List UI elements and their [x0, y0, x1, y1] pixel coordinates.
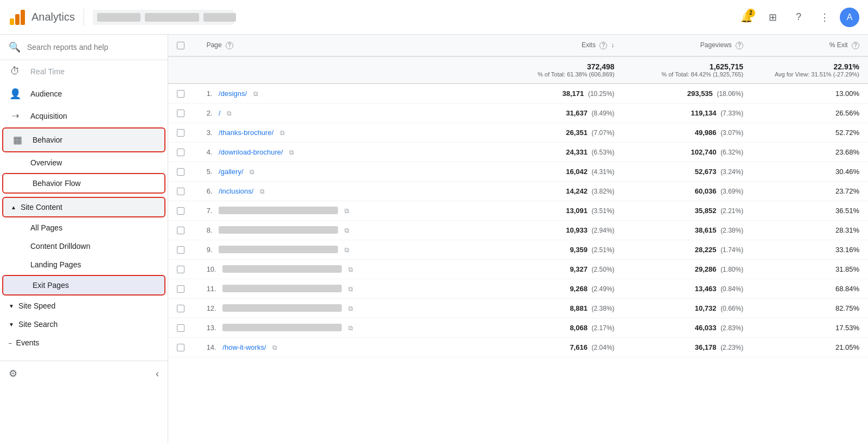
copy-link-icon[interactable]: ⧉: [348, 305, 353, 312]
search-icon: 🔍: [9, 41, 21, 53]
row-checkbox-12[interactable]: [177, 324, 184, 332]
sort-down-icon[interactable]: ↓: [611, 41, 615, 49]
exits-col-label: Exits: [582, 41, 596, 49]
account-selector[interactable]: [93, 10, 736, 25]
copy-link-icon[interactable]: ⧉: [272, 344, 277, 351]
row-checkbox-5[interactable]: [177, 188, 184, 195]
sidebar-item-overview[interactable]: Overview: [0, 153, 168, 172]
blurred-page-link: [219, 226, 338, 234]
page-help-icon[interactable]: ?: [226, 42, 233, 49]
table-body: 1. /designs/ ⧉38,171 (10.25%)293,535 (18…: [168, 84, 868, 357]
table-header-row: Page ? Exits ? ↓ Pageviews ? % Exit ?: [168, 35, 868, 56]
pageviews-pct: (2.21%): [720, 207, 743, 215]
page-link[interactable]: /download-brochure/: [219, 148, 283, 156]
sidebar-collapse-arrow[interactable]: ‹: [156, 368, 159, 380]
exit-pct-value: 36.51%: [835, 207, 859, 215]
pageviews-pct: (2.23%): [720, 344, 743, 351]
sidebar-item-site-search[interactable]: ▼ Site Search: [0, 315, 168, 333]
page-link[interactable]: /: [219, 109, 221, 117]
table-row: 13. ⧉8,068 (2.17%)46,033 (2.83%)17.53%: [168, 318, 868, 338]
exits-cell: 10,933 (2.94%): [507, 221, 623, 240]
pageviews-help-icon[interactable]: ?: [736, 42, 743, 49]
sidebar-item-realtime[interactable]: ⏱ Real Time: [0, 60, 168, 82]
row-num: 8.: [207, 226, 213, 234]
behavior-label: Behavior: [33, 136, 62, 144]
row-checkbox-8[interactable]: [177, 246, 184, 254]
sidebar-item-behavior[interactable]: ▦ Behavior: [3, 129, 164, 151]
page-link[interactable]: /inclusions/: [219, 187, 253, 195]
copy-link-icon[interactable]: ⧉: [253, 90, 258, 98]
exit-pct-cell: 13.00%: [752, 84, 868, 104]
sidebar-item-behavior-flow[interactable]: Behavior Flow: [3, 174, 164, 192]
copy-link-icon[interactable]: ⧉: [250, 168, 254, 176]
pageviews-value: 36,178: [695, 343, 717, 351]
row-checkbox-0[interactable]: [177, 90, 184, 98]
page-link[interactable]: /how-it-works/: [222, 343, 266, 351]
page-col-label: Page: [207, 41, 222, 49]
header-page: Page ?: [198, 35, 507, 56]
table-row: 8. ⧉10,933 (2.94%)38,615 (2.38%)28.31%: [168, 221, 868, 240]
user-avatar[interactable]: A: [840, 8, 859, 27]
settings-icon[interactable]: ⚙: [9, 368, 17, 380]
row-checkbox-2[interactable]: [177, 129, 184, 137]
row-checkbox-1[interactable]: [177, 110, 184, 117]
page-link[interactable]: /gallery/: [219, 168, 244, 176]
blurred-page-link: [222, 265, 342, 273]
exits-value: 9,268: [570, 285, 588, 293]
row-checkbox-6[interactable]: [177, 207, 184, 215]
sidebar-item-audience[interactable]: 👤 Audience: [0, 82, 168, 105]
sidebar-item-site-content[interactable]: ▲ Site Content: [3, 198, 164, 216]
svg-rect-0: [10, 18, 14, 25]
row-checkbox-7[interactable]: [177, 227, 184, 234]
copy-link-icon[interactable]: ⧉: [344, 207, 349, 215]
exit-pct-cell: 17.53%: [752, 318, 868, 338]
exits-pct: (7.07%): [592, 129, 615, 137]
sidebar-item-acquisition[interactable]: ⇢ Acquisition: [0, 105, 168, 126]
exit-pct-cell: 21.05%: [752, 338, 868, 357]
sidebar-item-site-speed[interactable]: ▼ Site Speed: [0, 297, 168, 315]
notifications-button[interactable]: 🔔 2: [736, 7, 757, 28]
row-checkbox-9[interactable]: [177, 266, 184, 273]
grid-icon: ⊞: [769, 11, 777, 23]
copy-link-icon[interactable]: ⧉: [348, 285, 353, 293]
sidebar-item-exit-pages[interactable]: Exit Pages: [3, 276, 164, 294]
copy-link-icon[interactable]: ⧉: [344, 246, 349, 254]
row-num: 13.: [207, 324, 216, 332]
all-pages-label: All Pages: [30, 223, 62, 232]
copy-link-icon[interactable]: ⧉: [348, 324, 353, 332]
exit-pct-help-icon[interactable]: ?: [852, 42, 859, 49]
exit-pct-cell: 30.46%: [752, 162, 868, 182]
pageviews-cell: 293,535 (18.06%): [623, 84, 752, 104]
page-link[interactable]: /designs/: [219, 89, 247, 98]
table-row: 3. /thanks-brochure/ ⧉26,351 (7.07%)49,9…: [168, 123, 868, 143]
sidebar-item-content-drilldown[interactable]: Content Drilldown: [0, 237, 168, 255]
copy-link-icon[interactable]: ⧉: [289, 149, 294, 156]
row-checkbox-13[interactable]: [177, 344, 184, 351]
copy-link-icon[interactable]: ⧉: [348, 266, 353, 273]
help-button[interactable]: ?: [788, 7, 809, 28]
total-exit-pct-value: 22.91%: [761, 62, 859, 71]
exit-pct-cell: 36.51%: [752, 201, 868, 221]
sidebar-item-landing-pages[interactable]: Landing Pages: [0, 255, 168, 274]
search-input[interactable]: [27, 43, 159, 52]
apps-button[interactable]: ⊞: [762, 7, 783, 28]
more-button[interactable]: ⋮: [814, 7, 835, 28]
page-link[interactable]: /thanks-brochure/: [219, 129, 273, 137]
pageviews-pct: (1.74%): [720, 246, 743, 254]
header-actions: 🔔 2 ⊞ ? ⋮ A: [736, 7, 859, 28]
row-checkbox-3[interactable]: [177, 149, 184, 156]
copy-link-icon[interactable]: ⧉: [227, 110, 232, 117]
copy-link-icon[interactable]: ⧉: [344, 227, 349, 234]
row-checkbox-11[interactable]: [177, 305, 184, 312]
exits-value: 38,171: [563, 89, 584, 98]
row-checkbox-4[interactable]: [177, 168, 184, 176]
sidebar-item-all-pages[interactable]: All Pages: [0, 219, 168, 237]
exits-cell: 7,616 (2.04%): [507, 338, 623, 357]
copy-link-icon[interactable]: ⧉: [280, 129, 285, 137]
sidebar-item-events[interactable]: – Events: [0, 333, 168, 352]
row-checkbox-10[interactable]: [177, 285, 184, 293]
exit-pct-cell: 52.72%: [752, 123, 868, 143]
select-all-checkbox[interactable]: [177, 42, 184, 49]
copy-link-icon[interactable]: ⧉: [260, 188, 265, 195]
exits-help-icon[interactable]: ?: [599, 42, 607, 49]
